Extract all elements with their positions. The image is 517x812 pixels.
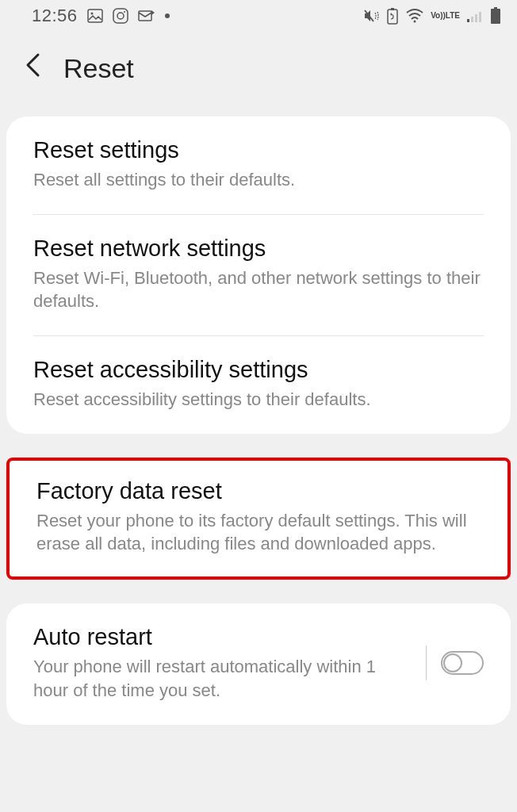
reset-accessibility-item[interactable]: Reset accessibility settings Reset acces… bbox=[6, 336, 511, 434]
reset-network-item[interactable]: Reset network settings Reset Wi-Fi, Blue… bbox=[6, 215, 511, 335]
mail-icon bbox=[138, 9, 155, 23]
back-icon[interactable] bbox=[24, 52, 41, 85]
svg-rect-12 bbox=[475, 14, 477, 22]
svg-point-9 bbox=[414, 21, 416, 23]
toggle-knob bbox=[443, 653, 462, 672]
svg-rect-10 bbox=[467, 19, 469, 22]
item-text: Auto restart Your phone will restart aut… bbox=[33, 624, 410, 702]
wifi-icon bbox=[405, 8, 424, 24]
item-subtitle: Reset accessibility settings to their de… bbox=[33, 388, 484, 412]
auto-restart-card: Auto restart Your phone will restart aut… bbox=[6, 603, 511, 724]
page-title: Reset bbox=[63, 53, 134, 84]
svg-rect-7 bbox=[388, 10, 397, 24]
toggle-divider bbox=[426, 645, 427, 680]
svg-rect-15 bbox=[491, 9, 500, 24]
battery-saver-icon bbox=[386, 7, 399, 25]
header: Reset bbox=[0, 32, 517, 117]
volte-icon: Vo))LTE bbox=[431, 13, 460, 19]
status-right: Vo))LTE bbox=[362, 7, 501, 25]
svg-rect-8 bbox=[391, 8, 394, 10]
image-icon bbox=[87, 9, 103, 23]
signal-icon bbox=[466, 9, 484, 23]
item-title: Reset accessibility settings bbox=[33, 357, 484, 383]
svg-rect-13 bbox=[479, 12, 481, 22]
svg-rect-0 bbox=[88, 10, 102, 22]
item-subtitle: Reset all settings to their defaults. bbox=[33, 168, 484, 192]
item-subtitle: Reset Wi-Fi, Bluetooth, and other networ… bbox=[33, 266, 484, 313]
status-left: 12:56 bbox=[32, 6, 170, 26]
svg-point-3 bbox=[117, 13, 124, 19]
mute-vibrate-icon bbox=[362, 8, 380, 24]
reset-settings-item[interactable]: Reset settings Reset all settings to the… bbox=[6, 117, 511, 214]
svg-point-1 bbox=[90, 13, 93, 15]
instagram-icon bbox=[113, 8, 128, 24]
status-bar: 12:56 Vo))LTE bbox=[0, 0, 517, 32]
item-title: Auto restart bbox=[33, 624, 410, 650]
item-subtitle: Your phone will restart automatically wi… bbox=[33, 655, 410, 702]
svg-rect-2 bbox=[113, 9, 128, 23]
item-title: Reset settings bbox=[33, 137, 484, 163]
reset-options-card: Reset settings Reset all settings to the… bbox=[6, 117, 511, 434]
auto-restart-item[interactable]: Auto restart Your phone will restart aut… bbox=[6, 603, 511, 724]
toggle-wrap bbox=[426, 645, 484, 680]
svg-rect-11 bbox=[471, 17, 473, 22]
factory-reset-item[interactable]: Factory data reset Reset your phone to i… bbox=[10, 461, 507, 576]
auto-restart-toggle[interactable] bbox=[441, 651, 484, 675]
item-title: Factory data reset bbox=[36, 478, 481, 504]
more-dot-icon bbox=[165, 13, 170, 18]
battery-icon bbox=[490, 7, 501, 25]
status-time: 12:56 bbox=[32, 6, 78, 26]
factory-reset-card: Factory data reset Reset your phone to i… bbox=[6, 458, 511, 580]
svg-point-4 bbox=[124, 11, 125, 13]
item-subtitle: Reset your phone to its factory default … bbox=[36, 509, 481, 556]
svg-rect-5 bbox=[139, 11, 151, 21]
item-title: Reset network settings bbox=[33, 236, 484, 262]
